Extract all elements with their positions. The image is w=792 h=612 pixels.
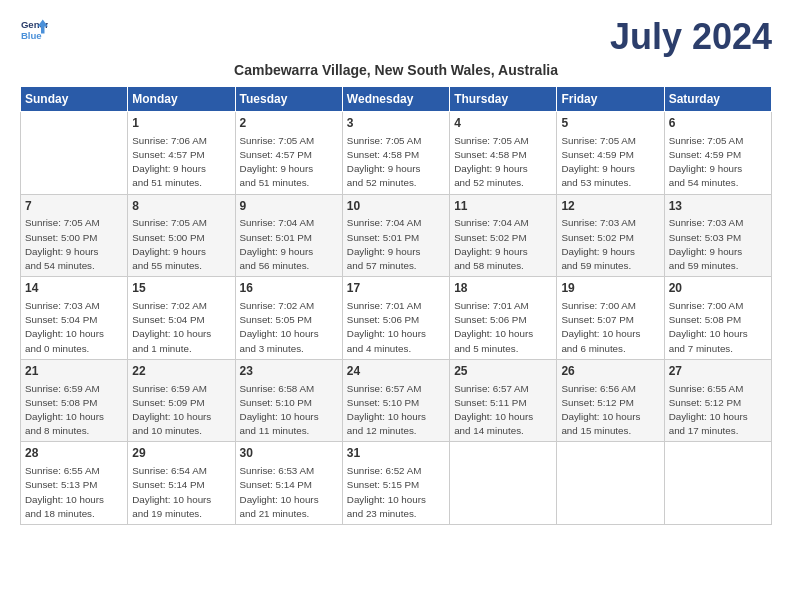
day-number: 11	[454, 198, 552, 215]
logo: General Blue	[20, 16, 48, 44]
day-number: 12	[561, 198, 659, 215]
calendar-cell: 5Sunrise: 7:05 AM Sunset: 4:59 PM Daylig…	[557, 112, 664, 195]
calendar-cell: 2Sunrise: 7:05 AM Sunset: 4:57 PM Daylig…	[235, 112, 342, 195]
day-info: Sunrise: 6:55 AM Sunset: 5:12 PM Dayligh…	[669, 382, 767, 439]
day-number: 18	[454, 280, 552, 297]
day-number: 28	[25, 445, 123, 462]
day-info: Sunrise: 7:01 AM Sunset: 5:06 PM Dayligh…	[347, 299, 445, 356]
day-info: Sunrise: 7:04 AM Sunset: 5:02 PM Dayligh…	[454, 216, 552, 273]
calendar-cell: 3Sunrise: 7:05 AM Sunset: 4:58 PM Daylig…	[342, 112, 449, 195]
day-info: Sunrise: 7:05 AM Sunset: 5:00 PM Dayligh…	[25, 216, 123, 273]
day-number: 7	[25, 198, 123, 215]
calendar-cell: 31Sunrise: 6:52 AM Sunset: 5:15 PM Dayli…	[342, 442, 449, 525]
calendar-week-row: 1Sunrise: 7:06 AM Sunset: 4:57 PM Daylig…	[21, 112, 772, 195]
calendar-cell	[557, 442, 664, 525]
svg-text:Blue: Blue	[21, 30, 42, 41]
location-subtitle: Cambewarra Village, New South Wales, Aus…	[20, 62, 772, 78]
day-info: Sunrise: 7:04 AM Sunset: 5:01 PM Dayligh…	[347, 216, 445, 273]
calendar-header-row: SundayMondayTuesdayWednesdayThursdayFrid…	[21, 87, 772, 112]
day-number: 21	[25, 363, 123, 380]
calendar-week-row: 14Sunrise: 7:03 AM Sunset: 5:04 PM Dayli…	[21, 277, 772, 360]
calendar-week-row: 21Sunrise: 6:59 AM Sunset: 5:08 PM Dayli…	[21, 359, 772, 442]
day-number: 5	[561, 115, 659, 132]
day-number: 14	[25, 280, 123, 297]
day-info: Sunrise: 6:55 AM Sunset: 5:13 PM Dayligh…	[25, 464, 123, 521]
calendar-cell: 13Sunrise: 7:03 AM Sunset: 5:03 PM Dayli…	[664, 194, 771, 277]
calendar-cell: 28Sunrise: 6:55 AM Sunset: 5:13 PM Dayli…	[21, 442, 128, 525]
day-info: Sunrise: 7:03 AM Sunset: 5:03 PM Dayligh…	[669, 216, 767, 273]
weekday-header-thursday: Thursday	[450, 87, 557, 112]
calendar-week-row: 7Sunrise: 7:05 AM Sunset: 5:00 PM Daylig…	[21, 194, 772, 277]
weekday-header-tuesday: Tuesday	[235, 87, 342, 112]
day-info: Sunrise: 7:03 AM Sunset: 5:04 PM Dayligh…	[25, 299, 123, 356]
weekday-header-monday: Monday	[128, 87, 235, 112]
calendar-cell: 11Sunrise: 7:04 AM Sunset: 5:02 PM Dayli…	[450, 194, 557, 277]
day-info: Sunrise: 7:04 AM Sunset: 5:01 PM Dayligh…	[240, 216, 338, 273]
calendar-cell: 6Sunrise: 7:05 AM Sunset: 4:59 PM Daylig…	[664, 112, 771, 195]
day-number: 1	[132, 115, 230, 132]
day-info: Sunrise: 7:00 AM Sunset: 5:07 PM Dayligh…	[561, 299, 659, 356]
calendar-cell: 22Sunrise: 6:59 AM Sunset: 5:09 PM Dayli…	[128, 359, 235, 442]
day-number: 17	[347, 280, 445, 297]
day-number: 31	[347, 445, 445, 462]
day-number: 22	[132, 363, 230, 380]
day-info: Sunrise: 7:03 AM Sunset: 5:02 PM Dayligh…	[561, 216, 659, 273]
calendar-cell: 15Sunrise: 7:02 AM Sunset: 5:04 PM Dayli…	[128, 277, 235, 360]
day-info: Sunrise: 7:05 AM Sunset: 4:59 PM Dayligh…	[669, 134, 767, 191]
day-info: Sunrise: 7:02 AM Sunset: 5:04 PM Dayligh…	[132, 299, 230, 356]
weekday-header-friday: Friday	[557, 87, 664, 112]
calendar-cell: 19Sunrise: 7:00 AM Sunset: 5:07 PM Dayli…	[557, 277, 664, 360]
calendar-table: SundayMondayTuesdayWednesdayThursdayFrid…	[20, 86, 772, 525]
calendar-cell: 27Sunrise: 6:55 AM Sunset: 5:12 PM Dayli…	[664, 359, 771, 442]
day-info: Sunrise: 6:53 AM Sunset: 5:14 PM Dayligh…	[240, 464, 338, 521]
day-number: 20	[669, 280, 767, 297]
day-number: 16	[240, 280, 338, 297]
day-number: 19	[561, 280, 659, 297]
day-number: 10	[347, 198, 445, 215]
day-number: 26	[561, 363, 659, 380]
day-number: 2	[240, 115, 338, 132]
day-number: 6	[669, 115, 767, 132]
calendar-cell: 25Sunrise: 6:57 AM Sunset: 5:11 PM Dayli…	[450, 359, 557, 442]
calendar-cell: 20Sunrise: 7:00 AM Sunset: 5:08 PM Dayli…	[664, 277, 771, 360]
weekday-header-wednesday: Wednesday	[342, 87, 449, 112]
day-info: Sunrise: 7:02 AM Sunset: 5:05 PM Dayligh…	[240, 299, 338, 356]
day-info: Sunrise: 7:05 AM Sunset: 4:57 PM Dayligh…	[240, 134, 338, 191]
page-title: July 2024	[610, 16, 772, 58]
calendar-cell: 26Sunrise: 6:56 AM Sunset: 5:12 PM Dayli…	[557, 359, 664, 442]
calendar-cell: 12Sunrise: 7:03 AM Sunset: 5:02 PM Dayli…	[557, 194, 664, 277]
day-info: Sunrise: 6:54 AM Sunset: 5:14 PM Dayligh…	[132, 464, 230, 521]
day-number: 23	[240, 363, 338, 380]
day-number: 29	[132, 445, 230, 462]
day-info: Sunrise: 6:59 AM Sunset: 5:08 PM Dayligh…	[25, 382, 123, 439]
logo-icon: General Blue	[20, 16, 48, 44]
calendar-cell: 17Sunrise: 7:01 AM Sunset: 5:06 PM Dayli…	[342, 277, 449, 360]
day-number: 3	[347, 115, 445, 132]
day-info: Sunrise: 6:56 AM Sunset: 5:12 PM Dayligh…	[561, 382, 659, 439]
calendar-cell	[450, 442, 557, 525]
calendar-cell: 23Sunrise: 6:58 AM Sunset: 5:10 PM Dayli…	[235, 359, 342, 442]
day-info: Sunrise: 7:01 AM Sunset: 5:06 PM Dayligh…	[454, 299, 552, 356]
calendar-cell: 24Sunrise: 6:57 AM Sunset: 5:10 PM Dayli…	[342, 359, 449, 442]
day-info: Sunrise: 7:05 AM Sunset: 4:58 PM Dayligh…	[347, 134, 445, 191]
calendar-cell: 9Sunrise: 7:04 AM Sunset: 5:01 PM Daylig…	[235, 194, 342, 277]
day-number: 9	[240, 198, 338, 215]
calendar-cell: 8Sunrise: 7:05 AM Sunset: 5:00 PM Daylig…	[128, 194, 235, 277]
weekday-header-saturday: Saturday	[664, 87, 771, 112]
day-info: Sunrise: 7:05 AM Sunset: 4:58 PM Dayligh…	[454, 134, 552, 191]
day-number: 25	[454, 363, 552, 380]
calendar-cell: 1Sunrise: 7:06 AM Sunset: 4:57 PM Daylig…	[128, 112, 235, 195]
day-info: Sunrise: 6:57 AM Sunset: 5:11 PM Dayligh…	[454, 382, 552, 439]
calendar-cell: 29Sunrise: 6:54 AM Sunset: 5:14 PM Dayli…	[128, 442, 235, 525]
day-number: 8	[132, 198, 230, 215]
day-info: Sunrise: 7:05 AM Sunset: 4:59 PM Dayligh…	[561, 134, 659, 191]
calendar-cell: 4Sunrise: 7:05 AM Sunset: 4:58 PM Daylig…	[450, 112, 557, 195]
calendar-cell: 21Sunrise: 6:59 AM Sunset: 5:08 PM Dayli…	[21, 359, 128, 442]
day-number: 13	[669, 198, 767, 215]
day-number: 4	[454, 115, 552, 132]
calendar-cell: 10Sunrise: 7:04 AM Sunset: 5:01 PM Dayli…	[342, 194, 449, 277]
day-info: Sunrise: 6:58 AM Sunset: 5:10 PM Dayligh…	[240, 382, 338, 439]
day-number: 24	[347, 363, 445, 380]
day-info: Sunrise: 6:59 AM Sunset: 5:09 PM Dayligh…	[132, 382, 230, 439]
calendar-cell: 16Sunrise: 7:02 AM Sunset: 5:05 PM Dayli…	[235, 277, 342, 360]
